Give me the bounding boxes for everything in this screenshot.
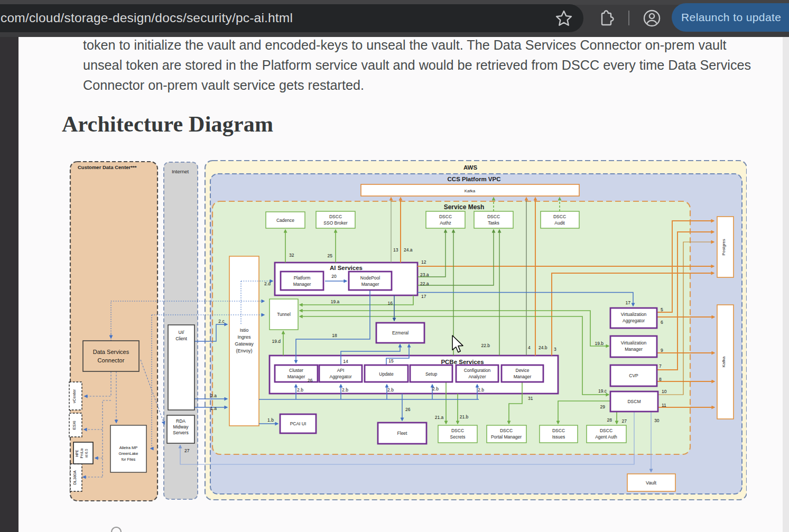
svg-text:24.b: 24.b bbox=[539, 345, 547, 350]
svg-text:Servers: Servers bbox=[173, 430, 188, 435]
svg-text:for Files: for Files bbox=[122, 457, 136, 462]
svg-text:ESXi: ESXi bbox=[72, 421, 77, 430]
svg-text:Cluster: Cluster bbox=[289, 368, 303, 373]
svg-text:API: API bbox=[337, 368, 345, 373]
svg-text:30: 30 bbox=[654, 418, 660, 423]
svg-text:23.a: 23.a bbox=[420, 272, 429, 277]
svg-text:Internet: Internet bbox=[172, 169, 189, 174]
svg-text:Service Mesh: Service Mesh bbox=[444, 203, 485, 211]
svg-text:2.d: 2.d bbox=[264, 281, 271, 286]
svg-text:Analyzer: Analyzer bbox=[468, 374, 486, 379]
svg-text:22.a: 22.a bbox=[420, 281, 429, 286]
svg-text:Setup: Setup bbox=[425, 371, 437, 377]
svg-text:26: 26 bbox=[405, 407, 411, 412]
svg-text:5: 5 bbox=[661, 307, 663, 312]
svg-text:CCS Platform VPC: CCS Platform VPC bbox=[448, 176, 501, 182]
svg-text:12: 12 bbox=[421, 259, 426, 265]
svg-text:Alletra MP: Alletra MP bbox=[119, 445, 138, 450]
svg-text:2.b: 2.b bbox=[432, 386, 439, 391]
svg-text:19.d: 19.d bbox=[272, 339, 281, 344]
svg-text:8: 8 bbox=[659, 377, 662, 382]
svg-text:21.b: 21.b bbox=[460, 414, 469, 419]
svg-text:DSCC: DSCC bbox=[439, 214, 452, 219]
svg-text:31: 31 bbox=[528, 396, 533, 401]
svg-text:Kafka: Kafka bbox=[721, 356, 726, 367]
svg-text:AI Services: AI Services bbox=[330, 265, 363, 271]
svg-text:6: 6 bbox=[661, 320, 663, 325]
svg-text:PCBe Services: PCBe Services bbox=[441, 359, 484, 365]
svg-text:1.a: 1.a bbox=[210, 406, 217, 411]
svg-text:UI/: UI/ bbox=[179, 330, 185, 335]
svg-text:ProLia: ProLia bbox=[80, 448, 83, 458]
svg-text:Virtualization: Virtualization bbox=[621, 312, 647, 317]
svg-text:Ezmeral: Ezmeral bbox=[392, 330, 409, 335]
svg-text:3: 3 bbox=[554, 347, 556, 352]
svg-text:Manager: Manager bbox=[514, 374, 532, 379]
svg-text:DL380A: DL380A bbox=[72, 470, 77, 484]
svg-text:18: 18 bbox=[332, 333, 337, 338]
svg-text:Portal Manager: Portal Manager bbox=[491, 434, 522, 440]
svg-text:2.c: 2.c bbox=[218, 319, 225, 324]
svg-text:Virtualization: Virtualization bbox=[621, 340, 647, 346]
svg-text:Customer Data Center***: Customer Data Center*** bbox=[78, 164, 137, 170]
svg-text:7: 7 bbox=[659, 363, 662, 369]
svg-text:Tasks: Tasks bbox=[488, 220, 499, 226]
svg-text:13: 13 bbox=[393, 247, 398, 253]
svg-text:CVP: CVP bbox=[629, 373, 638, 378]
svg-text:Midway: Midway bbox=[173, 424, 189, 430]
svg-text:4: 4 bbox=[528, 345, 531, 350]
svg-text:RDA: RDA bbox=[176, 418, 185, 424]
svg-text:Manager: Manager bbox=[287, 374, 305, 379]
svg-text:Configuration: Configuration bbox=[464, 368, 491, 373]
svg-text:(Envoy): (Envoy) bbox=[236, 348, 252, 353]
svg-text:nt 6.0: nt 6.0 bbox=[85, 449, 88, 458]
svg-text:Manager: Manager bbox=[293, 282, 311, 287]
svg-text:DSCC: DSCC bbox=[500, 428, 513, 433]
svg-text:Platform: Platform bbox=[294, 275, 311, 281]
svg-text:Istio: Istio bbox=[240, 328, 249, 333]
svg-text:27: 27 bbox=[184, 448, 190, 453]
svg-text:29: 29 bbox=[600, 404, 606, 409]
svg-text:14: 14 bbox=[343, 359, 348, 364]
svg-text:17: 17 bbox=[421, 294, 426, 299]
svg-text:Aggregator: Aggregator bbox=[623, 318, 645, 323]
svg-text:22.b: 22.b bbox=[481, 343, 490, 348]
svg-text:Ingres: Ingres bbox=[237, 334, 251, 340]
svg-text:9: 9 bbox=[661, 348, 663, 353]
svg-text:Aggregator: Aggregator bbox=[329, 374, 351, 379]
svg-text:PCAI UI: PCAI UI bbox=[290, 421, 307, 426]
svg-text:AWS: AWS bbox=[463, 164, 478, 171]
svg-text:Agent Auth: Agent Auth bbox=[595, 434, 617, 440]
svg-text:2.b: 2.b bbox=[387, 387, 394, 393]
svg-text:2.b: 2.b bbox=[478, 387, 484, 393]
svg-text:DSCC: DSCC bbox=[600, 428, 612, 433]
svg-text:15: 15 bbox=[388, 358, 394, 363]
svg-text:Vault: Vault bbox=[646, 480, 656, 486]
svg-text:Secrets: Secrets bbox=[450, 434, 466, 440]
svg-text:DSCC: DSCC bbox=[552, 428, 565, 433]
svg-text:DSCC: DSCC bbox=[329, 214, 342, 219]
svg-text:GreenLake: GreenLake bbox=[118, 451, 138, 456]
svg-text:DSCM: DSCM bbox=[627, 399, 641, 404]
svg-text:2.b: 2.b bbox=[297, 387, 303, 393]
svg-text:HPE: HPE bbox=[75, 450, 79, 457]
svg-text:Device: Device bbox=[516, 368, 530, 373]
svg-text:SSO Broker: SSO Broker bbox=[323, 220, 348, 226]
svg-text:DSCC: DSCC bbox=[487, 214, 500, 219]
svg-text:Connector: Connector bbox=[98, 357, 125, 363]
svg-text:32: 32 bbox=[289, 253, 294, 258]
svg-text:11: 11 bbox=[662, 403, 666, 408]
svg-text:17: 17 bbox=[626, 300, 631, 305]
svg-text:Manager: Manager bbox=[361, 282, 379, 287]
svg-text:19.b: 19.b bbox=[595, 341, 604, 346]
svg-text:28: 28 bbox=[607, 417, 612, 423]
svg-text:26: 26 bbox=[308, 378, 313, 383]
svg-text:Kafka: Kafka bbox=[465, 189, 476, 193]
svg-text:10: 10 bbox=[662, 389, 667, 394]
svg-text:vCenter: vCenter bbox=[72, 389, 77, 403]
svg-text:Update: Update bbox=[379, 371, 394, 377]
svg-text:Gateway: Gateway bbox=[235, 341, 254, 347]
svg-text:Fleet: Fleet bbox=[397, 431, 408, 436]
svg-text:Cadence: Cadence bbox=[276, 218, 294, 223]
svg-text:Audit: Audit bbox=[554, 220, 565, 226]
